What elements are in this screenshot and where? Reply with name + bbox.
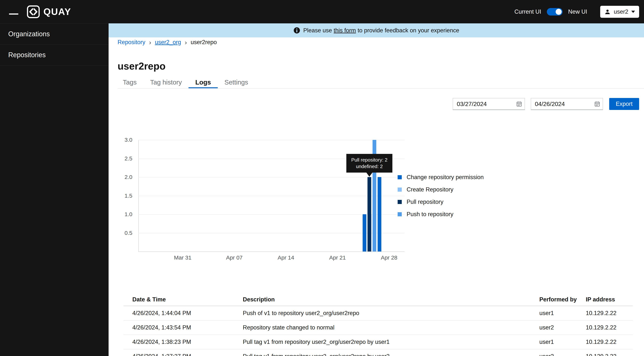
table-row: 4/26/2024, 1:38:23 PM Pull tag v1 from r… <box>124 335 633 349</box>
cell-performed-by: user1 <box>539 335 586 349</box>
current-ui-label: Current UI <box>514 8 541 15</box>
chevron-down-icon <box>631 11 635 13</box>
main-content: Repository › user2_org › user2repo user2… <box>108 37 644 356</box>
cell-description: Repository state changed to normal <box>243 321 539 335</box>
legend-swatch-icon <box>398 187 402 192</box>
end-date-calendar-button[interactable] <box>592 98 603 110</box>
end-date-input[interactable] <box>531 100 592 108</box>
y-axis-tick-label: 0.5 <box>114 230 132 236</box>
sidebar-nav: Organizations Repositories <box>0 23 108 356</box>
quay-logo[interactable]: QUAY <box>26 5 71 18</box>
breadcrumb-separator-icon: › <box>149 38 151 46</box>
y-axis-tick-label: 2.5 <box>114 155 132 162</box>
y-axis-tick-label: 2.0 <box>114 174 132 180</box>
cell-datetime: 4/26/2024, 1:37:27 PM <box>124 349 243 356</box>
cell-ip: 10.129.2.22 <box>586 335 633 349</box>
tab-tag-history[interactable]: Tag history <box>144 77 188 88</box>
cell-description: Push of v1 to repository user2_org/user2… <box>243 306 539 321</box>
x-axis-tick-label: Apr 14 <box>271 254 301 261</box>
chart-legend: Change repository permissionCreate Repos… <box>398 171 484 220</box>
legend-swatch-icon <box>398 212 402 216</box>
logs-table: Date & Time Description Performed by IP … <box>124 293 633 356</box>
chart-plot: Pull repository: 2 undefined: 2 0.51.01.… <box>138 140 404 251</box>
gridline <box>138 177 404 178</box>
logs-chart: Pull repository: 2 undefined: 2 0.51.01.… <box>138 140 560 301</box>
legend-swatch-icon <box>398 200 402 204</box>
new-ui-label: New UI <box>568 8 587 15</box>
tab-bar: Tags Tag history Logs Settings <box>116 77 255 88</box>
export-button[interactable]: Export <box>609 98 639 110</box>
x-axis-tick-label: Apr 21 <box>322 254 352 261</box>
chart-bar-change-repository-permission[interactable] <box>362 214 366 251</box>
end-date-picker <box>531 98 603 110</box>
legend-swatch-icon <box>398 175 402 179</box>
gridline <box>138 140 404 140</box>
legend-item: Pull repository <box>398 196 484 208</box>
user-menu-dropdown[interactable]: user2 <box>600 6 639 18</box>
start-date-input[interactable] <box>453 100 514 108</box>
banner-text-suffix: to provide feedback on your experience <box>358 27 459 34</box>
x-axis-tick-label: Apr 07 <box>220 254 249 261</box>
gridline <box>138 196 404 196</box>
x-axis-line <box>138 251 404 252</box>
table-row: 4/26/2024, 1:44:04 PM Push of v1 to repo… <box>124 306 633 321</box>
start-date-picker <box>453 98 525 110</box>
y-axis-tick-label: 3.0 <box>114 137 132 143</box>
legend-label: Create Repository <box>406 186 454 193</box>
x-axis-tick-label: Mar 31 <box>168 254 198 261</box>
feedback-banner: Please use this form to provide feedback… <box>108 23 644 37</box>
legend-label: Push to repository <box>406 211 454 218</box>
masthead: QUAY Current UI New UI user2 <box>0 0 644 23</box>
y-axis-tick-label: 1.5 <box>114 192 132 199</box>
cell-ip: 10.129.2.22 <box>586 306 633 321</box>
cell-ip: 10.129.2.22 <box>586 321 633 335</box>
cell-description: Pull tag v1 from repository user2_org/us… <box>243 349 539 356</box>
hamburger-bar <box>9 13 18 14</box>
cell-datetime: 4/26/2024, 1:44:04 PM <box>124 306 243 321</box>
y-axis-tick-label: 1.0 <box>114 211 132 218</box>
column-header-datetime: Date & Time <box>124 293 243 306</box>
page-title: user2repo <box>118 61 166 72</box>
start-date-calendar-button[interactable] <box>514 98 524 110</box>
column-header-performed-by: Performed by <box>539 293 586 306</box>
user-icon <box>604 8 611 15</box>
x-axis-tick-label: Apr 28 <box>374 254 404 261</box>
chart-bar-undefined[interactable] <box>378 177 381 251</box>
feedback-form-link[interactable]: this form <box>334 27 356 34</box>
sidebar-item-repositories[interactable]: Repositories <box>0 44 108 65</box>
ui-version-toggle[interactable] <box>547 8 562 15</box>
tooltip-line-1: Pull repository: 2 <box>346 157 392 163</box>
cell-ip: 10.129.2.22 <box>586 349 633 356</box>
username: user2 <box>614 8 628 15</box>
masthead-right: Current UI New UI user2 <box>514 6 639 18</box>
breadcrumb-current: user2repo <box>190 39 217 46</box>
legend-item: Push to repository <box>398 208 484 220</box>
tab-logs[interactable]: Logs <box>188 77 218 88</box>
tab-tags[interactable]: Tags <box>116 77 144 88</box>
tab-settings[interactable]: Settings <box>218 77 255 88</box>
chart-bar-pull-repository[interactable] <box>368 177 371 251</box>
sidebar-item-organizations[interactable]: Organizations <box>0 23 108 44</box>
legend-label: Pull repository <box>406 198 443 205</box>
column-header-description: Description <box>243 293 539 306</box>
brand-name: QUAY <box>44 6 71 17</box>
breadcrumb-separator-icon: › <box>185 38 187 46</box>
table-header-row: Date & Time Description Performed by IP … <box>124 293 633 306</box>
cell-datetime: 4/26/2024, 1:38:23 PM <box>124 335 243 349</box>
banner-text: Please use this form to provide feedback… <box>303 27 459 34</box>
legend-label: Change repository permission <box>406 174 484 180</box>
toggle-knob <box>556 9 562 15</box>
table-row: 4/26/2024, 1:37:27 PM Pull tag v1 from r… <box>124 349 633 356</box>
cell-performed-by: user2 <box>539 349 586 356</box>
cell-datetime: 4/26/2024, 1:43:54 PM <box>124 321 243 335</box>
breadcrumb-repository[interactable]: Repository <box>118 39 145 46</box>
tooltip-line-2: undefined: 2 <box>346 163 392 170</box>
banner-text-prefix: Please use <box>303 27 332 34</box>
breadcrumb-org[interactable]: user2_org <box>155 39 181 46</box>
quay-logo-icon <box>26 5 40 18</box>
cell-description: Pull tag v1 from repository user2_org/us… <box>243 335 539 349</box>
legend-item: Change repository permission <box>398 171 484 183</box>
column-header-ip: IP address <box>586 293 633 306</box>
breadcrumb: Repository › user2_org › user2repo <box>118 38 217 46</box>
cell-performed-by: user1 <box>539 306 586 321</box>
